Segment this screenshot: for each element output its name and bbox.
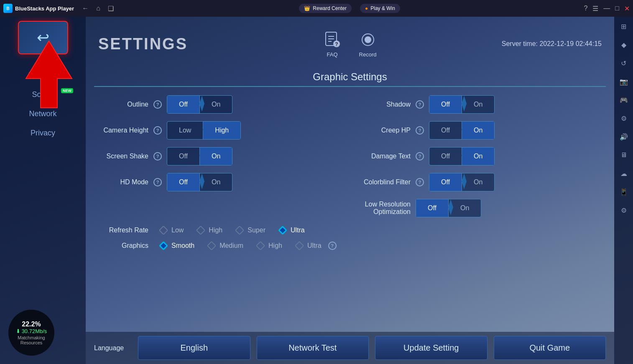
graphics-smooth-option[interactable]: Smooth: [159, 241, 194, 250]
outline-on-button[interactable]: On: [200, 96, 232, 113]
right-icon-3[interactable]: ↺: [616, 56, 631, 71]
shadow-label: Shadow: [356, 101, 411, 108]
diamond-super-icon: [235, 226, 244, 235]
damage-text-off-button[interactable]: Off: [429, 148, 462, 165]
diamond-medium-icon: [207, 241, 216, 250]
refresh-rate-options: Low High Super: [159, 226, 305, 235]
network-test-button[interactable]: Network Test: [257, 336, 369, 360]
outline-toggle: Off On: [167, 95, 232, 114]
right-icon-5[interactable]: 🎮: [616, 92, 631, 107]
shadow-help-icon[interactable]: ?: [416, 100, 424, 109]
settings-grid: Outline ? Off On Shadow ? Off: [94, 95, 606, 217]
sidebar-item-privacy[interactable]: Privacy: [0, 125, 86, 142]
nav-back-button[interactable]: ←: [80, 3, 90, 14]
creep-hp-help-icon[interactable]: ?: [416, 126, 424, 135]
quit-game-button[interactable]: Quit Game: [494, 336, 606, 360]
damage-text-on-button[interactable]: On: [462, 148, 494, 165]
right-icon-8[interactable]: 🖥: [616, 148, 631, 163]
right-icon-10[interactable]: 📱: [616, 184, 631, 199]
colorblind-filter-on-button[interactable]: On: [462, 173, 494, 191]
right-icon-9[interactable]: ☁: [616, 166, 631, 181]
reward-center-button[interactable]: 👑 Reward Center: [299, 4, 352, 13]
shadow-off-button[interactable]: Off: [429, 96, 462, 113]
english-button[interactable]: English: [138, 336, 250, 360]
back-button[interactable]: ↩: [18, 21, 68, 54]
faq-label: FAQ: [327, 51, 337, 58]
creep-hp-off-button[interactable]: Off: [429, 122, 462, 139]
damage-text-setting: Damage Text ? Off On: [356, 147, 606, 165]
refresh-rate-ultra-option[interactable]: Ultra: [278, 226, 305, 235]
hd-mode-on-button[interactable]: On: [200, 173, 232, 191]
graphics-high-label: High: [268, 242, 282, 249]
maximize-button[interactable]: □: [615, 5, 619, 12]
colorblind-filter-off-button[interactable]: Off: [429, 173, 462, 191]
update-setting-button[interactable]: Update Setting: [375, 336, 488, 360]
menu-button[interactable]: ☰: [592, 5, 598, 13]
creep-hp-on-button[interactable]: On: [462, 122, 494, 139]
right-icon-2[interactable]: ◆: [616, 37, 631, 52]
back-arrow-icon: ↩: [37, 29, 49, 46]
diamond-high-icon: [196, 226, 205, 235]
network-percent: 22.2%: [22, 321, 41, 328]
graphics-help-icon[interactable]: ?: [328, 242, 337, 250]
help-button[interactable]: ?: [584, 5, 587, 12]
hd-mode-off-button[interactable]: Off: [167, 173, 199, 191]
right-icon-11[interactable]: ⚙: [616, 203, 631, 218]
nav-multi-button[interactable]: ❑: [106, 3, 115, 14]
faq-button[interactable]: ? FAQ: [323, 31, 342, 58]
right-sidebar: ⊞ ◆ ↺ 📷 🎮 ⚙ 🔊 🖥 ☁ 📱 ⚙: [614, 17, 633, 364]
record-button[interactable]: Record: [358, 31, 377, 58]
right-icon-1[interactable]: ⊞: [616, 19, 631, 34]
right-icon-7[interactable]: 🔊: [616, 129, 631, 144]
graphics-medium-option[interactable]: Medium: [207, 241, 243, 250]
svg-text:?: ?: [335, 41, 338, 47]
outline-help-icon[interactable]: ?: [153, 100, 162, 109]
nav-home-button[interactable]: ⌂: [94, 3, 102, 14]
sound-label: Sound: [32, 90, 54, 99]
screen-shake-off-button[interactable]: Off: [167, 148, 199, 165]
svg-point-8: [365, 36, 371, 43]
svg-rect-18: [159, 226, 168, 234]
graphics-medium-label: Medium: [220, 242, 243, 249]
titlebar-center: 👑 Reward Center ● Play & Win: [115, 4, 584, 13]
sidebar-item-sound[interactable]: NEW Sound: [0, 86, 86, 103]
graphics-row: Graphics Smooth Medium: [94, 241, 606, 250]
refresh-rate-high-option[interactable]: High: [196, 226, 222, 235]
hd-mode-help-icon[interactable]: ?: [153, 178, 162, 186]
network-label-text: Matchmaking Resources: [18, 335, 45, 345]
screen-shake-help-icon[interactable]: ?: [153, 152, 162, 160]
colorblind-filter-toggle: Off On: [429, 173, 495, 191]
minimize-button[interactable]: —: [603, 5, 610, 12]
low-resolution-off-button[interactable]: Off: [416, 199, 448, 217]
outline-off-button[interactable]: Off: [167, 96, 199, 113]
camera-height-high-button[interactable]: High: [203, 122, 240, 139]
graphics-high-option[interactable]: High: [256, 241, 282, 250]
right-icon-4[interactable]: 📷: [616, 74, 631, 89]
creep-hp-label: Creep HP: [356, 127, 411, 134]
camera-height-low-button[interactable]: Low: [167, 122, 203, 139]
refresh-rate-low-option[interactable]: Low: [159, 226, 184, 235]
colorblind-filter-label: Colorblind Filter: [356, 178, 411, 186]
screen-shake-toggle: Off On: [167, 147, 232, 165]
graphics-ultra-option[interactable]: Ultra ?: [295, 241, 337, 250]
graphics-ultra-label: Ultra: [307, 242, 322, 249]
low-resolution-toggle: Off On: [416, 199, 481, 217]
svg-rect-20: [235, 226, 244, 234]
close-button[interactable]: ✕: [624, 5, 630, 13]
hd-mode-label: HD Mode: [94, 178, 148, 186]
damage-text-help-icon[interactable]: ?: [416, 152, 424, 160]
play-win-button[interactable]: ● Play & Win: [360, 4, 400, 13]
right-icon-6[interactable]: ⚙: [616, 111, 631, 126]
low-resolution-on-button[interactable]: On: [449, 199, 481, 217]
camera-height-help-icon[interactable]: ?: [153, 126, 162, 135]
shadow-on-button[interactable]: On: [462, 96, 494, 113]
record-icon: [358, 31, 377, 49]
sidebar-item-interface[interactable]: Interface: [0, 67, 86, 84]
screen-shake-on-button[interactable]: On: [200, 148, 232, 165]
download-icon: ⬇: [16, 328, 20, 334]
network-stats: 22.2% ⬇ 30.72Mb/s Matchmaking Resources: [8, 310, 54, 356]
colorblind-filter-help-icon[interactable]: ?: [416, 178, 424, 186]
camera-height-toggle: Low High: [167, 121, 241, 140]
refresh-rate-super-option[interactable]: Super: [235, 226, 265, 235]
sidebar-item-network[interactable]: Network: [0, 105, 86, 122]
